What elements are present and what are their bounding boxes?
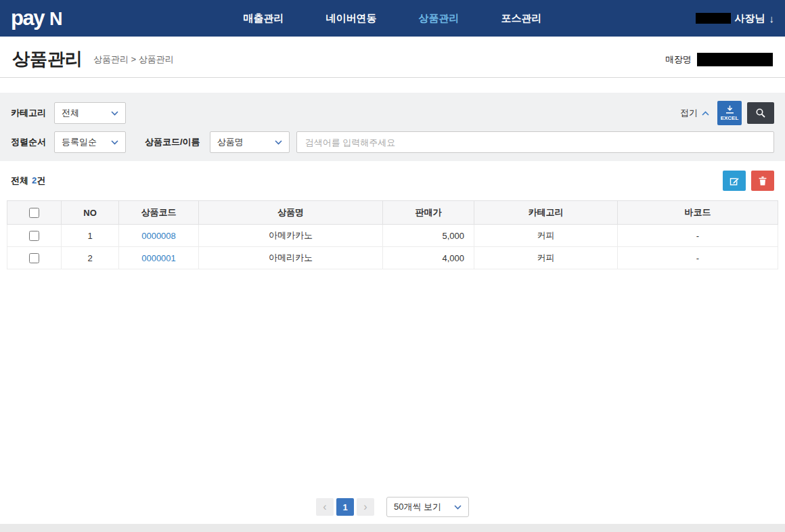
product-code-link[interactable]: 0000001 — [141, 253, 176, 263]
column-header-barcode: 바코드 — [618, 201, 778, 225]
collapse-label: 접기 — [680, 107, 698, 119]
breadcrumb: 상품관리 > 상품관리 — [93, 53, 174, 68]
column-header-code: 상품코드 — [119, 201, 199, 225]
page-number-current[interactable]: 1 — [336, 498, 354, 516]
search-field-select-value: 상품명 — [217, 136, 244, 148]
row-checkbox[interactable] — [29, 231, 39, 241]
cell-price: 5,000 — [383, 225, 474, 247]
product-table: NO 상품코드 상품명 판매가 카테고리 바코드 1 0000008 아메카카노… — [7, 200, 778, 269]
download-icon — [725, 106, 734, 114]
select-all-checkbox[interactable] — [29, 208, 39, 218]
cell-category: 커피 — [474, 247, 618, 269]
product-table-container: NO 상품코드 상품명 판매가 카테고리 바코드 1 0000008 아메카카노… — [7, 200, 778, 269]
redacted-store-name — [697, 53, 773, 66]
nav-item-sales[interactable]: 매출관리 — [244, 12, 284, 25]
column-header-no: NO — [62, 201, 119, 225]
sort-select-value: 등록일순 — [62, 136, 97, 148]
chevron-down-icon — [454, 505, 462, 510]
redacted-user-name — [696, 13, 731, 24]
excel-download-button[interactable]: EXCEL — [717, 101, 742, 125]
filter-row-2: 정렬순서 등록일순 상품코드/이름 상품명 — [11, 131, 774, 153]
column-header-category: 카테고리 — [474, 201, 618, 225]
cell-price: 4,000 — [383, 247, 474, 269]
cell-category: 커피 — [474, 225, 618, 247]
sort-select[interactable]: 등록일순 — [54, 131, 126, 153]
cell-no: 2 — [62, 247, 119, 269]
account-menu[interactable]: 사장님 ↓ — [696, 12, 775, 25]
product-code-link[interactable]: 0000008 — [141, 231, 176, 241]
page-next-button[interactable]: › — [357, 498, 374, 516]
column-header-price: 판매가 — [383, 201, 474, 225]
page-size-value: 50개씩 보기 — [394, 501, 441, 513]
row-select-cell — [7, 247, 62, 269]
total-count-label: 전체2건 — [11, 175, 45, 187]
cell-barcode: - — [618, 225, 778, 247]
chevron-up-icon — [702, 111, 709, 116]
chevron-down-icon — [111, 140, 118, 145]
page-size-select[interactable]: 50개씩 보기 — [386, 497, 469, 517]
select-all-cell — [7, 201, 62, 225]
trash-icon — [758, 176, 767, 186]
cell-name: 아메카카노 — [199, 225, 383, 247]
delete-button[interactable] — [751, 171, 774, 191]
table-row: 2 0000001 아메리카노 4,000 커피 - — [7, 247, 778, 269]
total-label: 전체 — [11, 175, 28, 185]
store-name-area: 매장명 — [665, 53, 773, 68]
row-select-cell — [7, 225, 62, 247]
table-row: 1 0000008 아메카카노 5,000 커피 - — [7, 225, 778, 247]
total-count-suffix: 건 — [37, 175, 45, 185]
row-checkbox[interactable] — [29, 253, 39, 263]
main-navigation: 매출관리 네이버연동 상품관리 포스관리 — [244, 12, 542, 25]
code-name-label: 상품코드/이름 — [145, 136, 200, 148]
summary-bar: 전체2건 — [0, 161, 785, 200]
sort-label: 정렬순서 — [11, 136, 54, 148]
top-nav-bar: pay N 매출관리 네이버연동 상품관리 포스관리 사장님 ↓ — [0, 0, 785, 37]
cell-code: 0000008 — [119, 225, 199, 247]
cell-code: 0000001 — [119, 247, 199, 269]
page-prev-button[interactable]: ‹ — [316, 498, 334, 516]
bottom-scroll-strip — [0, 524, 785, 532]
page-title: 상품관리 — [12, 50, 83, 68]
cell-name: 아메리카노 — [199, 247, 383, 269]
category-label: 카테고리 — [11, 107, 54, 119]
category-select[interactable]: 전체 — [54, 102, 126, 124]
store-name-label: 매장명 — [665, 53, 692, 66]
cell-no: 1 — [62, 225, 119, 247]
filter-panel: 카테고리 전체 접기 EXCEL 정렬순서 등록일순 상품코드/이름 상품명 — [0, 93, 785, 161]
search-field-select[interactable]: 상품명 — [210, 131, 290, 153]
chevron-down-icon — [275, 140, 282, 145]
column-header-name: 상품명 — [199, 201, 383, 225]
edit-pencil-icon — [730, 176, 740, 186]
edit-button[interactable] — [723, 171, 746, 191]
search-button[interactable] — [747, 102, 774, 124]
cell-barcode: - — [618, 247, 778, 269]
arrow-down-icon: ↓ — [769, 13, 775, 24]
pagination: ‹ 1 › 50개씩 보기 — [0, 497, 785, 517]
search-icon — [755, 108, 766, 118]
nav-item-pos[interactable]: 포스관리 — [501, 12, 542, 25]
excel-button-label: EXCEL — [721, 115, 739, 121]
collapse-toggle[interactable]: 접기 — [680, 107, 709, 119]
chevron-down-icon — [111, 111, 118, 116]
spacer — [0, 78, 785, 93]
category-select-value: 전체 — [62, 107, 79, 119]
nav-item-products[interactable]: 상품관리 — [419, 12, 459, 25]
payn-logo[interactable]: pay N — [11, 6, 62, 30]
filter-row-1: 카테고리 전체 접기 EXCEL — [11, 101, 774, 125]
page-header: 상품관리 상품관리 > 상품관리 매장명 — [0, 37, 785, 78]
search-input[interactable] — [296, 131, 774, 153]
table-header-row: NO 상품코드 상품명 판매가 카테고리 바코드 — [7, 201, 778, 225]
nav-item-naver-link[interactable]: 네이버연동 — [326, 12, 377, 25]
logo-text-pay: pay — [11, 6, 44, 30]
logo-text-n: N — [49, 9, 63, 30]
account-role-label: 사장님 — [735, 12, 765, 25]
